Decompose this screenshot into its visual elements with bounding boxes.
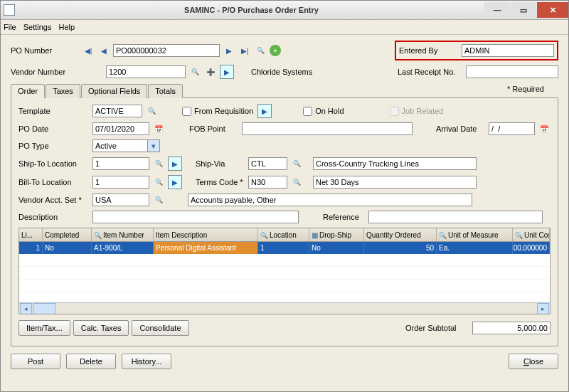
col-item-number[interactable]: Item Number: [92, 228, 154, 241]
vendor-acct-desc[interactable]: [188, 194, 472, 206]
first-record-icon[interactable]: |: [82, 44, 95, 57]
description-label: Description: [18, 213, 90, 221]
po-type-label: PO Type: [18, 142, 90, 150]
bill-to-input[interactable]: [92, 176, 149, 189]
arrival-calendar-icon[interactable]: 📅: [538, 122, 551, 135]
col-qty[interactable]: Quantity Ordered: [364, 228, 437, 241]
vendor-number-label: Vendor Number: [11, 68, 79, 76]
last-receipt-label: Last Receipt No.: [398, 68, 463, 76]
cell-item-no[interactable]: A1-900/L: [92, 242, 154, 254]
menu-file[interactable]: File: [4, 23, 16, 31]
order-subtotal-label: Order Subtotal: [405, 324, 469, 332]
fob-input[interactable]: [242, 122, 413, 135]
cell-unit-cost[interactable]: 100.000000: [513, 242, 550, 254]
terms-finder-icon[interactable]: [290, 176, 303, 189]
template-label: Template: [18, 107, 90, 115]
requisition-zoom-icon[interactable]: ▶: [257, 104, 272, 118]
new-record-icon[interactable]: +: [270, 45, 281, 56]
on-hold-checkbox[interactable]: On Hold: [303, 107, 344, 116]
history-button[interactable]: History...: [122, 354, 171, 369]
po-number-input[interactable]: [113, 44, 220, 57]
po-type-combo[interactable]: ▾: [92, 139, 160, 152]
last-record-icon[interactable]: |: [238, 44, 251, 57]
calc-taxes-button[interactable]: Calc. Taxes: [73, 320, 129, 336]
grid-horizontal-scrollbar[interactable]: ◂ ▸: [19, 302, 550, 314]
vendor-zoom-icon[interactable]: ▶: [220, 65, 234, 79]
dialog-buttons: Post Delete History... CCloselose: [11, 354, 558, 369]
menu-settings[interactable]: Settings: [23, 23, 52, 31]
maximize-button[interactable]: ▭: [511, 2, 536, 18]
scroll-thumb[interactable]: [33, 303, 55, 314]
delete-button[interactable]: Delete: [66, 354, 116, 369]
tab-optional-fields[interactable]: Optional Fields: [81, 84, 147, 98]
order-lines-grid[interactable]: Li... Completed Item Number Item Descrip…: [18, 228, 551, 314]
bill-to-zoom-icon[interactable]: ▶: [168, 175, 182, 189]
cell-dropship[interactable]: No: [309, 242, 364, 254]
required-indicator: * Required: [507, 85, 544, 93]
cell-uom[interactable]: Ea.: [437, 242, 513, 254]
scroll-right-icon[interactable]: ▸: [537, 303, 549, 314]
col-uom[interactable]: Unit of Measure: [437, 228, 513, 241]
grid-row-1[interactable]: 1 No A1-900/L Personal Digital Assistant…: [19, 242, 550, 254]
description-input[interactable]: [92, 211, 299, 223]
reference-label: Reference: [323, 213, 366, 221]
tab-order[interactable]: Order: [11, 84, 45, 98]
terms-label: Terms Code *: [196, 178, 245, 186]
cell-line[interactable]: 1: [19, 242, 43, 254]
close-window-button[interactable]: ✕: [537, 2, 568, 18]
tab-taxes[interactable]: Taxes: [46, 84, 80, 98]
vendor-number-input[interactable]: [106, 65, 186, 78]
cell-qty[interactable]: 50: [364, 242, 437, 254]
bill-to-finder-icon[interactable]: [152, 176, 165, 189]
order-subtotal-value: [472, 322, 551, 334]
cell-item-desc[interactable]: Personal Digital Assistant: [154, 242, 258, 254]
terms-desc[interactable]: [313, 176, 477, 189]
col-line[interactable]: Li...: [19, 228, 43, 241]
menu-help[interactable]: Help: [58, 23, 75, 31]
cell-location[interactable]: 1: [258, 242, 309, 254]
col-completed[interactable]: Completed: [43, 228, 92, 241]
close-dialog-button[interactable]: CCloselose: [509, 354, 558, 369]
ship-to-finder-icon[interactable]: [152, 157, 165, 170]
cell-completed[interactable]: No: [43, 242, 92, 254]
ship-to-input[interactable]: [92, 157, 149, 170]
entered-by-input[interactable]: [462, 44, 554, 57]
ship-to-zoom-icon[interactable]: ▶: [168, 157, 182, 171]
ship-via-input[interactable]: [248, 157, 287, 170]
col-unit-cost[interactable]: Unit Cost: [513, 228, 550, 241]
vendor-new-icon[interactable]: ➕: [204, 65, 217, 78]
ship-via-finder-icon[interactable]: [290, 157, 303, 170]
po-date-calendar-icon[interactable]: 📅: [152, 122, 165, 135]
prev-record-icon[interactable]: [97, 44, 110, 57]
terms-input[interactable]: [248, 176, 287, 189]
order-panel: Template From Requisition ▶ On Hold Job …: [11, 98, 558, 346]
scroll-left-icon[interactable]: ◂: [20, 303, 32, 314]
vendor-acct-finder-icon[interactable]: [152, 194, 165, 206]
window-title: SAMINC - P/O Purchase Order Entry: [19, 6, 484, 14]
col-item-desc[interactable]: Item Description: [154, 228, 258, 241]
template-finder-icon[interactable]: [145, 105, 158, 117]
last-receipt-input[interactable]: [466, 65, 558, 78]
vendor-acct-input[interactable]: [92, 194, 149, 206]
po-finder-icon[interactable]: [254, 44, 267, 57]
post-button[interactable]: Post: [11, 354, 60, 369]
template-input[interactable]: [92, 105, 142, 117]
tabs-strip: Order Taxes Optional Fields Totals: [11, 83, 558, 98]
job-related-checkbox: Job Related: [390, 107, 444, 116]
consolidate-button[interactable]: Consolidate: [132, 320, 188, 336]
item-tax-button[interactable]: Item/Tax...: [18, 320, 70, 336]
reference-input[interactable]: [368, 211, 543, 223]
arrival-date-input[interactable]: [489, 122, 535, 135]
minimize-button[interactable]: —: [484, 2, 510, 18]
col-dropship[interactable]: ▦Drop-Ship: [309, 228, 364, 241]
ship-via-desc[interactable]: [313, 157, 477, 170]
vendor-name-text: Chloride Systems: [251, 68, 312, 76]
from-requisition-checkbox[interactable]: From Requisition: [182, 107, 253, 116]
vendor-finder-icon[interactable]: [188, 65, 201, 78]
next-record-icon[interactable]: [223, 44, 235, 57]
col-location[interactable]: Location: [258, 228, 309, 241]
tab-totals[interactable]: Totals: [148, 84, 183, 98]
po-date-input[interactable]: [92, 122, 149, 135]
chevron-down-icon[interactable]: ▾: [147, 140, 159, 152]
grid-empty-rows: [19, 254, 550, 302]
